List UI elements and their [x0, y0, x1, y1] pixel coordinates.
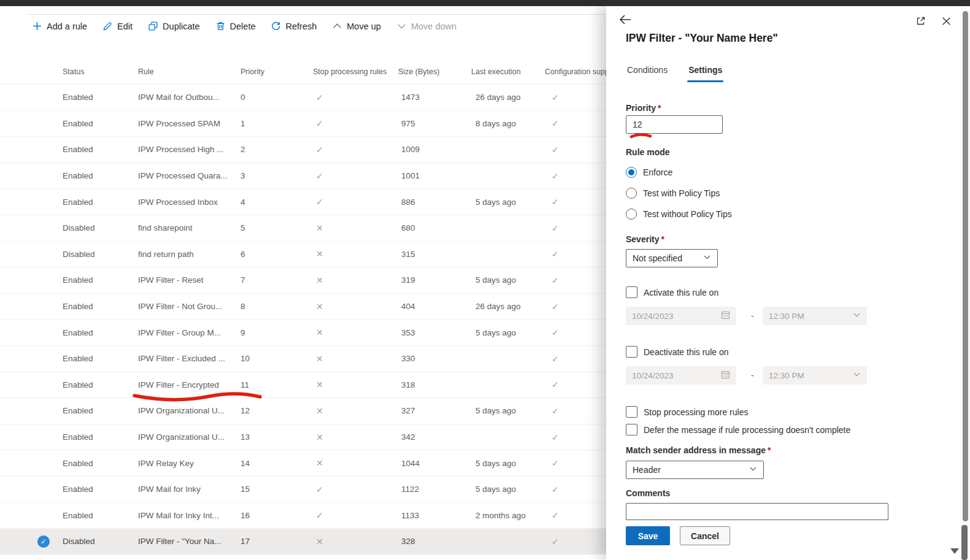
radio-test-with-policy-tips[interactable]: Test with Policy Tips [626, 188, 720, 199]
checkbox-label: Deactivate this rule on [644, 347, 729, 357]
row-priority: 4 [241, 198, 313, 207]
severity-label: Severity* [626, 234, 664, 244]
refresh-button[interactable]: Refresh [271, 21, 317, 31]
row-select-cell[interactable]: ✓ [25, 535, 63, 548]
severity-dropdown[interactable]: Not specified [626, 249, 718, 267]
close-panel-button[interactable] [937, 13, 955, 31]
table-row[interactable]: EnabledIPW Filter - Reset7✕3195 days ago… [0, 267, 606, 293]
row-config-support: ✓ [545, 223, 606, 233]
add-a-rule-button[interactable]: Add a rule [32, 21, 87, 31]
row-config-support: ✓ [545, 406, 606, 416]
scrollbar[interactable] [960, 6, 970, 560]
check-icon: ✓ [316, 510, 323, 520]
top-bar [0, 0, 970, 6]
radio-enforce[interactable]: Enforce [626, 167, 672, 178]
table-row[interactable]: EnabledIPW Mail for Inky15✓11225 days ag… [0, 476, 606, 502]
table-row[interactable]: EnabledIPW Filter - Not Grou...8✕40426 d… [0, 293, 606, 320]
save-button[interactable]: Save [626, 526, 670, 545]
check-icon: ✓ [552, 171, 559, 181]
edit-button[interactable]: Edit [102, 21, 133, 31]
back-arrow-icon [617, 12, 632, 29]
row-status: Enabled [63, 171, 138, 180]
scroll-down-icon[interactable] [950, 548, 959, 554]
row-priority: 8 [241, 302, 313, 311]
table-row[interactable]: EnabledIPW Filter - Encrypted11✕318✓ [0, 372, 606, 398]
row-config-support: ✓ [545, 380, 606, 389]
row-status: Disabled [63, 537, 138, 546]
row-stop-processing: ✕ [313, 406, 398, 416]
rules-table-body: EnabledIPW Mail for Outbou...0✓147326 da… [0, 84, 606, 554]
activate-time-dropdown[interactable]: 12:30 PM [763, 307, 867, 325]
severity-value: Not specified [633, 253, 682, 263]
row-priority: 3 [241, 171, 313, 180]
check-icon: ✓ [552, 485, 559, 494]
delete-button[interactable]: Delete [215, 21, 256, 31]
row-rule-name: IPW Filter - Encrypted [138, 380, 241, 389]
table-row[interactable]: EnabledIPW Organizational U...12✕3275 da… [0, 397, 606, 424]
table-row[interactable]: Disabledfind return path6✕315✓ [0, 241, 606, 267]
check-icon: ✓ [316, 118, 323, 128]
table-row[interactable]: EnabledIPW Filter - Excluded ...10✕330✓ [0, 345, 606, 372]
row-status: Enabled [63, 354, 138, 363]
plus-icon [32, 21, 42, 31]
row-size: 342 [398, 432, 471, 442]
check-icon: ✓ [316, 485, 323, 494]
open-in-new-window-button[interactable] [912, 13, 930, 31]
priority-input[interactable] [626, 115, 723, 134]
check-icon: ✓ [552, 197, 559, 207]
defer-message-checkbox-row[interactable]: Defer the message if rule processing doe… [626, 424, 850, 435]
move-up-button[interactable]: Move up [332, 21, 381, 31]
move-down-button[interactable]: Move down [396, 21, 456, 31]
match-sender-dropdown[interactable]: Header [626, 461, 764, 479]
tab-conditions[interactable]: Conditions [626, 63, 669, 82]
back-button[interactable] [616, 12, 633, 29]
activate-date-input[interactable]: 10/24/2023 [626, 307, 736, 325]
table-row[interactable]: EnabledIPW Relay Key14✕10445 days ago✓ [0, 450, 606, 476]
tab-settings[interactable]: Settings [687, 63, 723, 82]
row-stop-processing: ✕ [313, 432, 398, 442]
calendar-icon [721, 370, 730, 381]
row-stop-processing: ✓ [313, 485, 398, 494]
row-config-support: ✓ [545, 118, 606, 128]
table-row[interactable]: EnabledIPW Processed High ...2✓1009✓ [0, 136, 606, 163]
table-row[interactable]: EnabledIPW Filter - Group M...9✕3535 day… [0, 319, 606, 345]
row-size: 330 [398, 354, 471, 363]
check-icon: ✓ [552, 93, 559, 102]
row-config-support: ✓ [545, 328, 606, 337]
cancel-button[interactable]: Cancel [680, 526, 730, 545]
comments-textarea[interactable] [626, 503, 888, 520]
rules-list-section: Add a rule Edit Duplicate Delete Refresh [0, 6, 606, 560]
row-priority: 12 [241, 406, 313, 415]
table-row[interactable]: EnabledIPW Processed SPAM1✓9758 days ago… [0, 110, 606, 137]
table-row[interactable]: EnabledIPW Mail for Outbou...0✓147326 da… [0, 84, 606, 110]
scrollbar-thumb[interactable] [963, 11, 968, 521]
deactivate-time-dropdown[interactable]: 12:30 PM [763, 366, 867, 385]
table-row[interactable]: EnabledIPW Processed Quara...3✓1001✓ [0, 163, 606, 189]
duplicate-button[interactable]: Duplicate [148, 21, 199, 31]
row-size: 319 [398, 275, 471, 285]
chevron-down-icon [749, 465, 757, 475]
row-config-support: ✓ [545, 145, 606, 155]
match-sender-value: Header [633, 465, 661, 475]
toolbar-item-label: Delete [230, 21, 256, 31]
radio-icon [626, 209, 637, 220]
table-row[interactable]: Disabledfind sharepoint5✕680✓ [0, 215, 606, 241]
table-row[interactable]: EnabledIPW Mail for Inky Int...16✓11332 … [0, 502, 606, 529]
stop-processing-checkbox-row[interactable]: Stop processing more rules [626, 406, 748, 418]
row-config-support: ✓ [545, 197, 606, 207]
row-rule-name: find sharepoint [138, 223, 241, 232]
deactivate-date-input[interactable]: 10/24/2023 [626, 366, 736, 385]
check-icon: ✓ [552, 145, 559, 155]
table-row[interactable]: EnabledIPW Processed Inbox4✓8865 days ag… [0, 188, 606, 215]
row-rule-name: find return path [138, 250, 241, 259]
deactivate-rule-checkbox-row[interactable]: Deactivate this rule on [626, 346, 729, 358]
row-rule-name: IPW Processed High ... [138, 145, 241, 154]
check-icon: ✓ [316, 171, 323, 181]
table-row[interactable]: ✓DisabledIPW Filter - "Your Na...17✕328✓ [0, 528, 606, 554]
scrollbar-bottom-segment[interactable] [961, 525, 968, 560]
row-priority: 5 [241, 223, 313, 232]
comments-label: Comments [626, 488, 670, 498]
activate-rule-checkbox-row[interactable]: Activate this rule on [626, 286, 718, 298]
radio-test-without-policy-tips[interactable]: Test without Policy Tips [626, 209, 732, 220]
table-row[interactable]: EnabledIPW Organizational U...13✕342✓ [0, 424, 606, 450]
